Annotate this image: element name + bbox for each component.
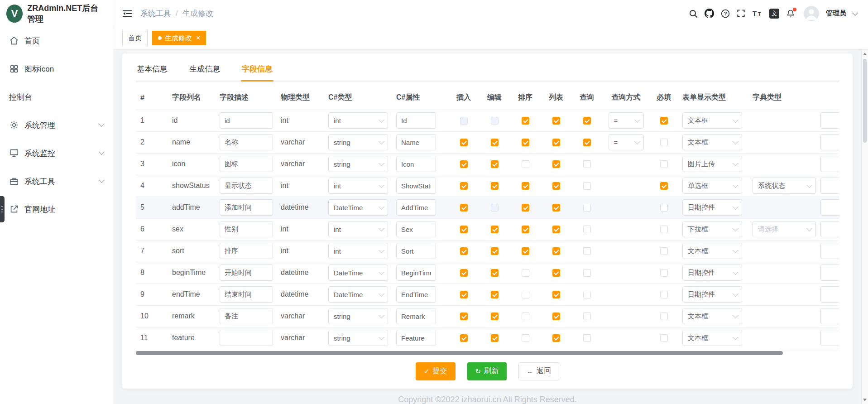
insert-checkbox[interactable] xyxy=(460,160,468,168)
query-checkbox[interactable] xyxy=(583,204,591,212)
sort-checkbox[interactable] xyxy=(522,269,529,277)
query-mode-select[interactable]: = xyxy=(609,112,644,129)
sort-checkbox[interactable] xyxy=(522,182,529,190)
horizontal-scrollbar[interactable] xyxy=(136,351,839,355)
edit-checkbox[interactable] xyxy=(491,204,499,212)
column-desc-input[interactable] xyxy=(220,112,273,129)
query-checkbox[interactable] xyxy=(583,160,591,168)
extra-input[interactable] xyxy=(820,265,839,281)
extra-input[interactable] xyxy=(820,243,839,259)
bell-icon[interactable] xyxy=(786,9,795,18)
csharp-type-select[interactable]: string xyxy=(328,308,388,324)
display-type-select[interactable]: 下拉框 xyxy=(682,221,742,237)
dict-type-select[interactable]: 系统状态 xyxy=(753,178,816,194)
search-icon[interactable] xyxy=(689,9,698,18)
csharp-type-select[interactable]: int xyxy=(328,243,388,259)
extra-input[interactable] xyxy=(820,199,839,216)
list-checkbox[interactable] xyxy=(552,226,560,233)
font-size-icon[interactable]: TT xyxy=(752,9,762,18)
display-type-select[interactable]: 日期控件 xyxy=(682,265,742,281)
list-checkbox[interactable] xyxy=(552,334,560,342)
column-desc-input[interactable] xyxy=(220,243,273,259)
user-name[interactable]: 管理员 xyxy=(826,9,846,18)
csharp-type-select[interactable]: DateTime xyxy=(328,265,388,281)
csharp-prop-input[interactable] xyxy=(396,308,436,324)
query-checkbox[interactable] xyxy=(583,182,591,190)
edit-checkbox[interactable] xyxy=(491,269,499,277)
horizontal-scrollbar-thumb[interactable] xyxy=(136,351,783,355)
edit-checkbox[interactable] xyxy=(491,160,499,168)
chevron-down-icon[interactable] xyxy=(852,10,858,16)
list-checkbox[interactable] xyxy=(552,182,560,190)
extra-input[interactable] xyxy=(820,134,839,150)
csharp-prop-input[interactable] xyxy=(396,156,436,172)
vertical-scrollbar-thumb[interactable] xyxy=(863,59,867,143)
vertical-scrollbar[interactable] xyxy=(861,50,868,404)
sort-checkbox[interactable] xyxy=(522,313,529,320)
language-icon[interactable]: 文 xyxy=(769,9,779,19)
csharp-type-select[interactable]: string xyxy=(328,330,388,346)
tag-home[interactable]: 首页 xyxy=(122,31,148,45)
display-type-select[interactable]: 文本框 xyxy=(682,243,742,259)
drawer-handle[interactable] xyxy=(0,196,5,222)
sidebar-item[interactable]: 系统监控 xyxy=(0,139,113,167)
extra-input[interactable] xyxy=(820,112,839,129)
column-desc-input[interactable] xyxy=(220,330,273,346)
extra-input[interactable] xyxy=(820,178,839,194)
sidebar-item[interactable]: 官网地址 xyxy=(0,195,113,223)
sort-checkbox[interactable] xyxy=(522,334,529,342)
close-icon[interactable]: × xyxy=(196,34,200,42)
sort-checkbox[interactable] xyxy=(522,204,529,212)
required-checkbox[interactable] xyxy=(660,313,668,320)
csharp-type-select[interactable]: DateTime xyxy=(328,199,388,216)
insert-checkbox[interactable] xyxy=(460,291,468,298)
insert-checkbox[interactable] xyxy=(460,182,468,190)
extra-input[interactable] xyxy=(820,156,839,172)
insert-checkbox[interactable] xyxy=(460,139,468,146)
csharp-type-select[interactable]: int xyxy=(328,178,388,194)
csharp-prop-input[interactable] xyxy=(396,265,436,281)
sidebar-item[interactable]: 首页 xyxy=(0,27,113,55)
required-checkbox[interactable] xyxy=(660,291,668,298)
sort-checkbox[interactable] xyxy=(522,226,529,233)
insert-checkbox[interactable] xyxy=(460,226,468,233)
query-checkbox[interactable] xyxy=(583,291,591,298)
query-checkbox[interactable] xyxy=(583,139,591,146)
column-desc-input[interactable] xyxy=(220,308,273,324)
query-mode-select[interactable]: = xyxy=(609,134,644,150)
column-desc-input[interactable] xyxy=(220,265,273,281)
app-logo[interactable]: V ZRAdmin.NET后台管理 xyxy=(0,0,113,27)
required-checkbox[interactable] xyxy=(660,334,668,342)
csharp-type-select[interactable]: string xyxy=(328,156,388,172)
csharp-prop-input[interactable] xyxy=(396,112,436,129)
csharp-prop-input[interactable] xyxy=(396,134,436,150)
tab-basic-info[interactable]: 基本信息 xyxy=(136,64,168,81)
dict-type-select[interactable]: 请选择 xyxy=(753,221,816,237)
insert-checkbox[interactable] xyxy=(460,204,468,212)
required-checkbox[interactable] xyxy=(660,226,668,233)
sort-checkbox[interactable] xyxy=(522,291,529,298)
refresh-button[interactable]: ↻ 刷新 xyxy=(467,362,507,380)
csharp-prop-input[interactable] xyxy=(396,243,436,259)
display-type-select[interactable]: 文本框 xyxy=(682,308,742,324)
required-checkbox[interactable] xyxy=(660,139,668,146)
tab-generate-info[interactable]: 生成信息 xyxy=(188,64,221,81)
insert-checkbox[interactable] xyxy=(460,247,468,255)
list-checkbox[interactable] xyxy=(552,117,560,125)
list-checkbox[interactable] xyxy=(552,160,560,168)
required-checkbox[interactable] xyxy=(660,269,668,277)
column-desc-input[interactable] xyxy=(220,199,273,216)
fullscreen-icon[interactable] xyxy=(737,9,745,18)
csharp-prop-input[interactable] xyxy=(396,221,436,237)
display-type-select[interactable]: 日期控件 xyxy=(682,286,742,303)
sidebar-item[interactable]: 控制台 xyxy=(0,83,113,111)
tag-generate-edit[interactable]: 生成修改 × xyxy=(152,31,206,45)
extra-input[interactable] xyxy=(820,286,839,303)
github-icon[interactable] xyxy=(705,9,714,18)
list-checkbox[interactable] xyxy=(552,269,560,277)
sidebar-item[interactable]: 系统工具 xyxy=(0,167,113,195)
query-checkbox[interactable] xyxy=(583,313,591,320)
insert-checkbox[interactable] xyxy=(460,117,468,125)
display-type-select[interactable]: 图片上传 xyxy=(682,156,742,172)
avatar[interactable] xyxy=(804,6,819,21)
